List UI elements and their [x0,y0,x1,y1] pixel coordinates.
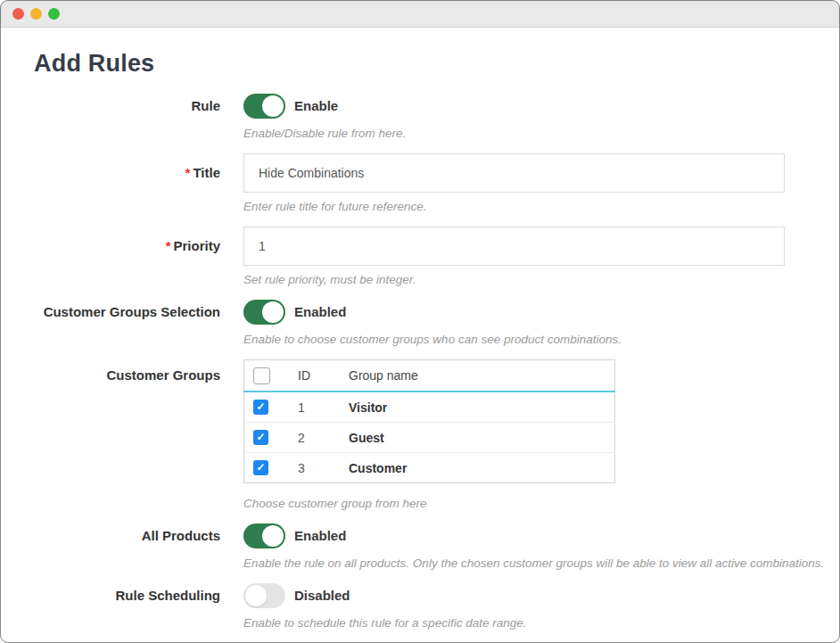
required-asterisk: * [166,238,171,253]
field-label-all-products: All Products [0,523,220,548]
field-hint-all-products: Enable the rule on all products. Only th… [243,556,840,571]
window-titlebar [0,0,840,28]
group-id: 1 [298,392,349,423]
field-label-rule-scheduling: Rule Scheduling [0,583,220,608]
group-id: 2 [298,423,349,453]
field-hint-customer-groups-selection: Enable to choose customer groups who can… [243,332,840,347]
field-label-customer-groups: Customer Groups [0,359,220,391]
field-hint-title: Enter rule title for future reference. [243,199,840,214]
rule-scheduling-toggle[interactable] [243,583,285,608]
table-row: ✓ 2 Guest [244,423,615,453]
required-asterisk: * [185,165,191,180]
page-content: Add Rules Rule Enable Enable/Disable rul… [0,49,840,631]
field-label-rule: Rule [0,94,220,119]
rule-scheduling-toggle-state: Disabled [294,583,350,608]
field-hint-priority: Set rule priority, must be integer. [243,272,840,287]
form-row-customer-groups-selection: Customer Groups Selection Enabled Enable… [0,300,840,347]
row-checkbox[interactable]: ✓ [253,460,268,475]
form-row-priority: *Priority Set rule priority, must be int… [0,227,840,287]
row-checkbox[interactable]: ✓ [253,430,268,445]
close-button[interactable] [12,8,24,20]
field-label-customer-groups-selection: Customer Groups Selection [0,300,220,325]
page-title: Add Rules [34,49,840,78]
toggle-knob [262,525,284,547]
form-row-rule: Rule Enable Enable/Disable rule from her… [0,94,840,141]
group-name: Guest [349,423,615,453]
toggle-knob [262,301,284,323]
customer-groups-selection-toggle[interactable] [243,300,285,325]
rule-toggle[interactable] [243,94,285,119]
customer-groups-selection-toggle-state: Enabled [294,300,346,325]
all-products-toggle[interactable] [243,523,285,548]
table-row: ✓ 3 Customer [244,453,615,483]
rule-toggle-state: Enable [294,94,338,119]
group-name: Customer [349,453,615,483]
column-header-group-name: Group name [349,360,615,392]
toggle-knob [245,585,267,606]
zoom-button[interactable] [48,8,60,20]
field-label-title: *Title [0,153,220,193]
form-row-title: *Title Enter rule title for future refer… [0,153,840,214]
field-label-priority: *Priority [0,227,220,266]
row-checkbox[interactable]: ✓ [253,400,268,415]
form-row-customer-groups: Customer Groups ID Group name [0,359,840,511]
field-hint-rule: Enable/Disable rule from here. [243,126,840,141]
column-header-id: ID [298,360,349,392]
toggle-knob [262,95,284,117]
minimize-button[interactable] [30,8,42,20]
all-products-toggle-state: Enabled [294,523,346,548]
customer-groups-table: ID Group name ✓ 1 Visitor [243,359,615,483]
table-row: ✓ 1 Visitor [244,392,615,423]
title-input[interactable] [243,153,785,193]
priority-input[interactable] [243,227,785,266]
app-window: Add Rules Rule Enable Enable/Disable rul… [0,0,840,643]
table-header-row: ID Group name [244,360,615,392]
form-row-rule-scheduling: Rule Scheduling Disabled Enable to sched… [0,583,840,631]
field-hint-customer-groups: Choose customer group from here [243,496,840,511]
group-id: 3 [298,453,349,483]
select-all-checkbox[interactable] [253,367,270,384]
form-row-all-products: All Products Enabled Enable the rule on … [0,523,840,571]
group-name: Visitor [349,392,615,423]
field-hint-rule-scheduling: Enable to schedule this rule for a speci… [243,615,840,631]
